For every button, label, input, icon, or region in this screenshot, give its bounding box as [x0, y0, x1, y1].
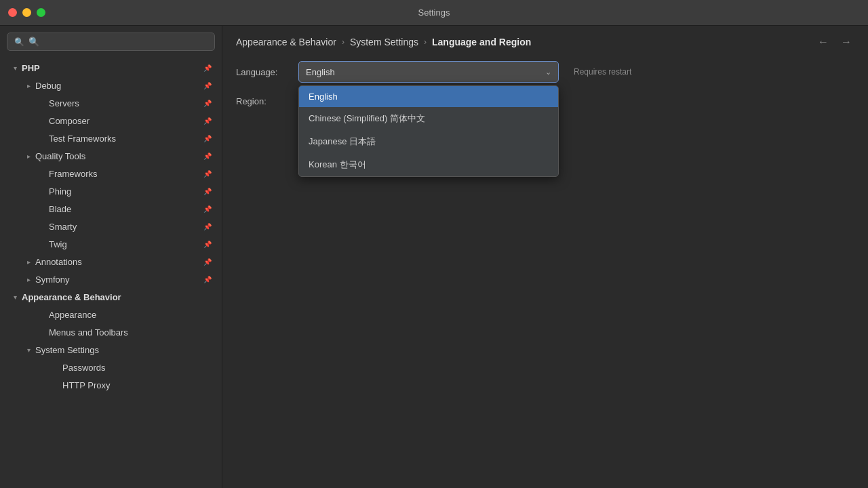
breadcrumb: Appearance & Behavior › System Settings …	[222, 26, 868, 56]
breadcrumb-item-3: Language and Region	[432, 37, 531, 47]
pin-phing-icon: 📌	[203, 186, 212, 196]
chevron-quality-tools-icon	[22, 149, 35, 163]
pin-debug-icon: 📌	[203, 81, 212, 90]
sidebar-item-quality-tools[interactable]: Quality Tools 📌	[0, 147, 222, 165]
pin-servers-icon: 📌	[203, 98, 212, 108]
region-label: Region:	[236, 96, 290, 106]
titlebar: Settings	[0, 0, 868, 26]
chevron-symfony-icon	[22, 272, 35, 286]
search-input[interactable]	[28, 37, 208, 47]
sidebar-item-blade-label: Blade	[49, 204, 203, 214]
pin-composer-icon: 📌	[203, 116, 212, 125]
sidebar-item-frameworks[interactable]: Frameworks 📌	[0, 165, 222, 182]
pin-smarty-icon: 📌	[203, 222, 212, 231]
content-area: Appearance & Behavior › System Settings …	[222, 26, 868, 488]
main-layout: 🔍 PHP 📌 Debug 📌 Servers 📌	[0, 26, 868, 488]
pin-frameworks-icon: 📌	[203, 169, 212, 178]
pin-twig-icon: 📌	[203, 239, 212, 249]
sidebar-item-blade[interactable]: Blade 📌	[0, 200, 222, 218]
sidebar-item-test-frameworks-label: Test Frameworks	[49, 134, 203, 144]
sidebar-item-quality-tools-label: Quality Tools	[35, 151, 203, 161]
sidebar-item-appearance-behavior-label: Appearance & Behavior	[22, 292, 216, 302]
sidebar-item-phing-label: Phing	[49, 186, 203, 197]
search-box[interactable]: 🔍	[7, 33, 215, 51]
pin-annotations-icon: 📌	[203, 257, 212, 266]
chevron-system-settings-icon	[22, 343, 35, 357]
sidebar-item-appearance-behavior[interactable]: Appearance & Behavior	[0, 288, 222, 306]
dropdown-option-chinese[interactable]: Chinese (Simplified) 简体中文	[299, 107, 558, 130]
sidebar-item-http-proxy[interactable]: HTTP Proxy	[0, 376, 222, 394]
sidebar-item-passwords-label: Passwords	[62, 363, 216, 373]
breadcrumb-item-2: System Settings	[350, 37, 418, 47]
sidebar-item-servers[interactable]: Servers 📌	[0, 94, 222, 112]
language-dropdown-menu: English Chinese (Simplified) 简体中文 Japane…	[298, 85, 559, 177]
sidebar-item-debug[interactable]: Debug 📌	[0, 77, 222, 94]
pin-blade-icon: 📌	[203, 204, 212, 214]
search-icon: 🔍	[14, 37, 24, 47]
dropdown-option-korean[interactable]: Korean 한국어	[299, 153, 558, 176]
maximize-button[interactable]	[37, 8, 45, 17]
chevron-debug-icon	[22, 79, 35, 92]
close-button[interactable]	[8, 8, 17, 17]
nav-forward-button[interactable]: →	[838, 36, 854, 48]
breadcrumb-sep-2: ›	[424, 37, 427, 47]
sidebar-item-twig-label: Twig	[49, 239, 203, 249]
minimize-button[interactable]	[22, 8, 31, 17]
sidebar-item-servers-label: Servers	[49, 98, 203, 108]
language-dropdown-container: English ⌄ English Chinese (Simplified) 简…	[298, 61, 559, 83]
sidebar-item-symfony-label: Symfony	[35, 274, 203, 285]
language-selected-value: English	[306, 67, 335, 77]
titlebar-buttons	[8, 8, 45, 17]
sidebar-item-phing[interactable]: Phing 📌	[0, 182, 222, 200]
requires-restart-text: Requires restart	[574, 67, 631, 77]
sidebar-item-frameworks-label: Frameworks	[49, 169, 203, 179]
window-title: Settings	[418, 7, 450, 18]
sidebar-item-smarty-label: Smarty	[49, 222, 203, 232]
nav-arrows: ← →	[815, 36, 854, 48]
chevron-appearance-behavior-icon	[8, 290, 22, 304]
pin-quality-tools-icon: 📌	[203, 151, 212, 161]
sidebar-item-composer-label: Composer	[49, 116, 203, 126]
sidebar-item-twig[interactable]: Twig 📌	[0, 235, 222, 253]
sidebar-item-system-settings-label: System Settings	[35, 345, 216, 355]
dropdown-arrow-icon: ⌄	[545, 68, 551, 77]
pin-test-frameworks-icon: 📌	[203, 134, 212, 143]
settings-body: Language: English ⌄ English Chinese (Sim…	[222, 56, 868, 488]
chevron-annotations-icon	[22, 255, 35, 268]
sidebar-item-http-proxy-label: HTTP Proxy	[62, 380, 216, 390]
language-row: Language: English ⌄ English Chinese (Sim…	[236, 61, 854, 83]
sidebar-item-composer[interactable]: Composer 📌	[0, 112, 222, 129]
chevron-php-icon	[8, 61, 22, 75]
pin-symfony-icon: 📌	[203, 274, 212, 284]
breadcrumb-item-1: Appearance & Behavior	[236, 37, 336, 47]
nav-back-button[interactable]: ←	[815, 36, 831, 48]
sidebar-item-menus-toolbars[interactable]: Menus and Toolbars	[0, 323, 222, 341]
pin-php-icon: 📌	[203, 63, 212, 73]
sidebar-item-php[interactable]: PHP 📌	[0, 59, 222, 77]
dropdown-option-english[interactable]: English	[299, 86, 558, 107]
breadcrumb-sep-1: ›	[342, 37, 344, 47]
language-label: Language:	[236, 67, 290, 77]
sidebar-item-system-settings[interactable]: System Settings	[0, 341, 222, 359]
sidebar: 🔍 PHP 📌 Debug 📌 Servers 📌	[0, 26, 222, 488]
sidebar-item-menus-toolbars-label: Menus and Toolbars	[49, 327, 216, 338]
sidebar-tree: PHP 📌 Debug 📌 Servers 📌 Composer 📌	[0, 56, 222, 488]
language-dropdown[interactable]: English ⌄	[298, 61, 559, 83]
sidebar-item-appearance[interactable]: Appearance	[0, 306, 222, 323]
dropdown-option-japanese[interactable]: Japanese 日本語	[299, 130, 558, 153]
sidebar-item-annotations[interactable]: Annotations 📌	[0, 253, 222, 270]
sidebar-item-passwords[interactable]: Passwords	[0, 359, 222, 376]
sidebar-item-appearance-label: Appearance	[49, 310, 216, 320]
sidebar-item-debug-label: Debug	[35, 81, 203, 91]
sidebar-item-test-frameworks[interactable]: Test Frameworks 📌	[0, 129, 222, 147]
sidebar-item-php-label: PHP	[22, 63, 203, 73]
sidebar-item-smarty[interactable]: Smarty 📌	[0, 218, 222, 235]
sidebar-item-annotations-label: Annotations	[35, 257, 203, 267]
sidebar-item-symfony[interactable]: Symfony 📌	[0, 270, 222, 288]
